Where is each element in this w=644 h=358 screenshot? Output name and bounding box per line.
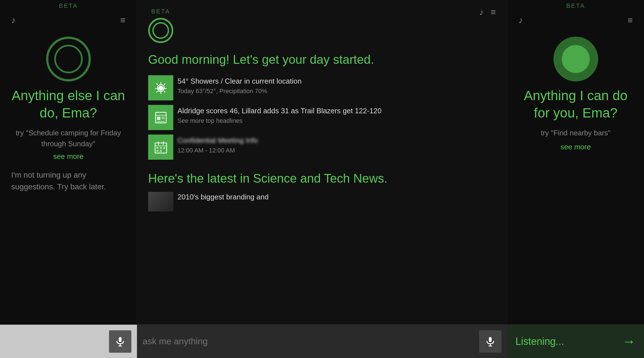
right-cortana-circle — [553, 37, 598, 81]
bottom-right-section: Listening... → — [507, 325, 644, 358]
left-panel: BETA ♪ ≡ Anything else I can do, Ema? tr… — [0, 0, 137, 324]
news-icon — [148, 105, 173, 130]
right-cortana-inner — [562, 45, 590, 73]
calendar-icon — [148, 135, 173, 160]
news-title: Aldridge scores 46, Lillard adds 31 as T… — [177, 106, 496, 116]
right-menu-icon[interactable]: ≡ — [628, 15, 633, 25]
science-thumb-image — [148, 192, 173, 211]
weather-text: 54° Showers / Clear in current location … — [177, 75, 496, 95]
svg-rect-16 — [163, 147, 165, 149]
center-beta-label: BETA — [151, 6, 170, 15]
center-greeting: Good morning! Let's get your day started… — [137, 46, 507, 73]
news-svg — [153, 110, 169, 125]
search-input[interactable] — [143, 336, 475, 347]
left-see-more-link[interactable]: see more — [11, 152, 126, 161]
svg-rect-22 — [489, 337, 492, 342]
right-header: ♪ ≡ — [518, 10, 633, 28]
listening-text: Listening... — [515, 336, 564, 347]
weather-svg — [153, 80, 169, 96]
left-no-suggestions: I'm not turning up any suggestions. Try … — [11, 169, 126, 193]
svg-rect-19 — [119, 337, 122, 342]
right-music-icon[interactable]: ♪ — [518, 15, 523, 25]
news-subtitle: See more top headlines — [177, 117, 496, 124]
bottom-left-section — [0, 325, 137, 358]
svg-rect-6 — [157, 117, 160, 120]
right-panel-title: Anything I can do for you, Ema? — [518, 87, 633, 122]
left-menu-icon[interactable]: ≡ — [120, 15, 126, 25]
weather-title: 54° Showers / Clear in current location — [177, 77, 496, 86]
center-top-icons: ♪ ≡ — [479, 7, 496, 17]
arrow-right-icon[interactable]: → — [622, 334, 636, 349]
center-panel: BETA ♪ ≡ Good morning! Let's get your da… — [137, 0, 507, 324]
right-beta-label: BETA — [566, 0, 585, 9]
science-card[interactable]: 2010's biggest branding and — [148, 192, 496, 211]
news-text: Aldridge scores 46, Lillard adds 31 as T… — [177, 105, 496, 124]
weather-icon — [148, 75, 173, 100]
center-menu-icon[interactable]: ≡ — [491, 7, 496, 17]
calendar-text: Confidential Meeting Info 12:00 AM - 12:… — [177, 135, 496, 154]
center-cortana-logo — [148, 18, 173, 43]
left-music-icon[interactable]: ♪ — [11, 15, 16, 25]
calendar-title: Confidential Meeting Info — [177, 136, 496, 145]
calendar-card[interactable]: Confidential Meeting Info 12:00 AM - 12:… — [148, 135, 496, 160]
science-section: Here's the latest in Science and Tech Ne… — [137, 162, 507, 217]
left-suggestion-text: try "Schedule camping for Friday through… — [11, 128, 126, 149]
svg-line-3 — [161, 90, 162, 92]
svg-rect-17 — [157, 150, 158, 152]
news-card[interactable]: Aldridge scores 46, Lillard adds 31 as T… — [148, 105, 496, 130]
svg-rect-14 — [157, 147, 158, 149]
center-mic-icon — [485, 336, 496, 347]
left-beta-label: BETA — [59, 0, 78, 9]
center-header: BETA ♪ ≡ — [137, 0, 507, 46]
science-card-title: 2010's biggest branding and — [177, 192, 269, 202]
weather-subtitle: Today 63°/52°, Precipitation 70% — [177, 88, 496, 95]
center-music-icon[interactable]: ♪ — [479, 7, 484, 17]
left-mic-icon — [115, 336, 126, 347]
svg-rect-18 — [160, 150, 162, 152]
left-header: ♪ ≡ — [11, 10, 126, 28]
right-suggestion-text: try "Find nearby bars" — [518, 128, 633, 138]
bottom-center-section — [137, 325, 507, 358]
right-see-more-link[interactable]: see more — [518, 143, 633, 151]
weather-card[interactable]: 54° Showers / Clear in current location … — [148, 75, 496, 100]
center-mic-button[interactable] — [479, 330, 501, 353]
calendar-subtitle: 12:00 AM - 12:00 AM — [177, 147, 496, 154]
right-panel: BETA ♪ ≡ Anything I can do for you, Ema?… — [507, 0, 644, 324]
left-cortana-circle — [46, 37, 91, 81]
science-thumbnail — [148, 192, 173, 211]
science-heading: Here's the latest in Science and Tech Ne… — [148, 170, 496, 186]
left-mic-button[interactable] — [109, 330, 131, 353]
svg-rect-15 — [160, 147, 162, 149]
left-panel-title: Anything else I can do, Ema? — [11, 87, 126, 122]
bottom-bar: Listening... → — [0, 324, 644, 358]
calendar-svg — [153, 140, 169, 155]
